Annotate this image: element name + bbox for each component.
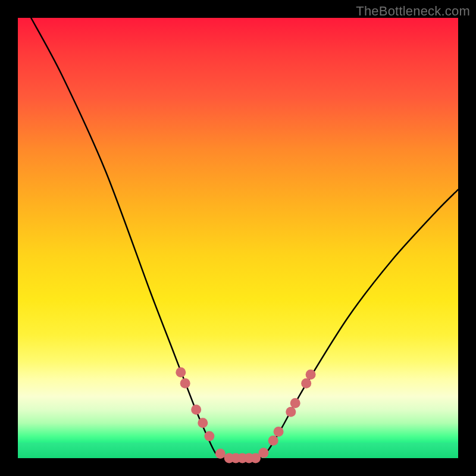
curve-marker-dot <box>198 418 208 428</box>
curve-marker-dot <box>215 449 226 459</box>
curve-marker-dot <box>306 369 316 380</box>
curve-marker-dot <box>301 378 311 389</box>
chart-frame: TheBottleneck.com <box>0 0 476 476</box>
curve-svg <box>18 18 458 458</box>
curve-marker-dot <box>290 398 300 408</box>
curve-marker-dot <box>191 405 201 415</box>
curve-marker-dot <box>204 431 214 441</box>
bottleneck-curve <box>31 18 458 459</box>
curve-markers <box>176 367 315 463</box>
curve-marker-dot <box>180 378 190 389</box>
curve-marker-dot <box>286 407 296 417</box>
plot-area <box>18 18 458 458</box>
curve-marker-dot <box>268 436 278 446</box>
curve-marker-dot <box>274 427 284 437</box>
curve-marker-dot <box>176 367 186 377</box>
curve-marker-dot <box>258 448 268 458</box>
watermark-text: TheBottleneck.com <box>356 4 470 19</box>
